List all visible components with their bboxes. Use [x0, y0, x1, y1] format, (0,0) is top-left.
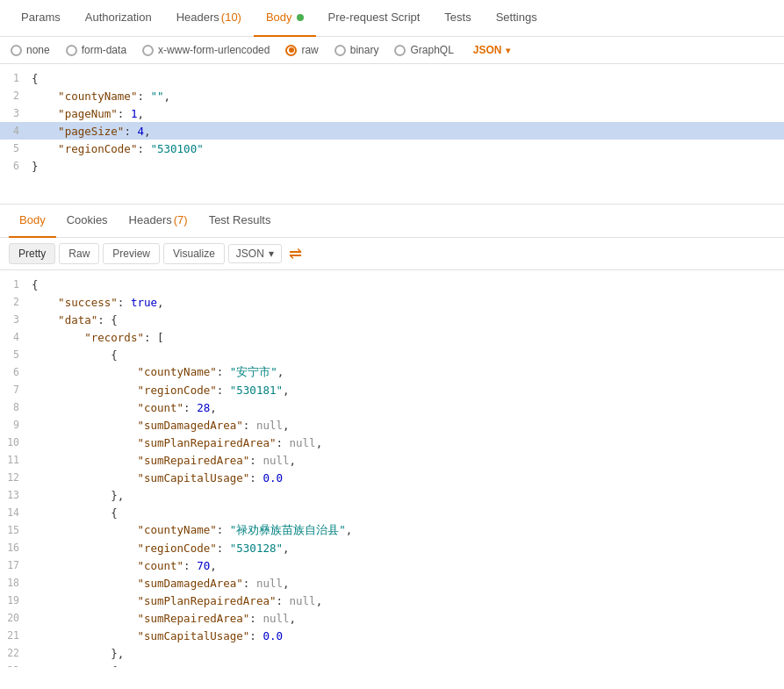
resp-code-line: 13 },	[0, 486, 784, 504]
response-tab-headers[interactable]: Headers(7)	[119, 205, 198, 238]
top-tab-params[interactable]: Params	[9, 0, 73, 37]
resp-code-line: 9 "sumDamagedArea": null,	[0, 416, 784, 434]
wrap-icon: ⇌	[289, 244, 302, 263]
response-tab-test-results[interactable]: Test Results	[198, 205, 282, 238]
resp-code-line: 12 "sumCapitalUsage": 0.0	[0, 469, 784, 486]
resp-code-line: 14 {	[0, 504, 784, 521]
radio-x-www-form-urlencoded[interactable]: x-www-form-urlencoded	[142, 44, 270, 56]
resp-code-line: 1{	[0, 276, 784, 293]
top-tab-body[interactable]: Body	[254, 0, 316, 37]
resp-line-number: 23	[7, 664, 32, 667]
resp-code-line: 19 "sumPlanRepairedArea": null,	[0, 592, 784, 609]
response-json-select[interactable]: JSON▾	[228, 244, 282, 263]
radio-label: GraphQL	[410, 44, 453, 56]
resp-code-line: 21 "sumCapitalUsage": 0.0	[0, 627, 784, 644]
resp-code-line: 15 "countyName": "禄劝彝族苗族自治县",	[0, 521, 784, 539]
code-line: 1{	[0, 69, 784, 87]
resp-code-line: 7 "regionCode": "530181",	[0, 381, 784, 398]
resp-line-content: "sumCapitalUsage": 0.0	[32, 471, 283, 484]
resp-line-number: 19	[7, 594, 32, 606]
format-btn-raw[interactable]: Raw	[59, 243, 99, 264]
response-tab-cookies[interactable]: Cookies	[56, 205, 119, 238]
response-tab-body[interactable]: Body	[9, 205, 56, 238]
resp-line-number: 2	[7, 296, 32, 308]
format-btn-preview[interactable]: Preview	[103, 243, 160, 264]
line-content: {	[32, 72, 39, 85]
resp-tab-badge: (7)	[174, 213, 188, 226]
tab-active-dot	[297, 14, 304, 21]
line-content: "pageSize": 4,	[32, 125, 151, 138]
resp-code-line: 20 "sumRepairedArea": null,	[0, 609, 784, 627]
line-content: }	[32, 160, 39, 173]
line-content: "pageNum": 1,	[32, 107, 144, 120]
resp-code-line: 5 {	[0, 346, 784, 363]
radio-circle	[66, 45, 77, 56]
resp-line-number: 3	[7, 313, 32, 326]
format-row: PrettyRawPreviewVisualizeJSON▾⇌	[0, 238, 784, 270]
resp-line-number: 16	[7, 542, 32, 554]
line-content: "regionCode": "530100"	[32, 142, 204, 155]
resp-line-content: {	[32, 506, 118, 520]
wrap-button[interactable]: ⇌	[289, 244, 302, 263]
line-content: "countyName": "",	[32, 90, 170, 103]
top-tab-bar: ParamsAuthorizationHeaders(10)BodyPre-re…	[0, 0, 784, 37]
top-tab-headers[interactable]: Headers(10)	[164, 0, 254, 37]
resp-line-number: 5	[7, 348, 32, 361]
resp-line-content: "sumCapitalUsage": 0.0	[32, 629, 283, 642]
resp-line-number: 4	[7, 331, 32, 343]
format-btn-visualize[interactable]: Visualize	[163, 243, 225, 264]
line-number: 4	[7, 125, 32, 137]
resp-line-content: "sumRepairedArea": null,	[32, 454, 296, 467]
json-type-dropdown[interactable]: JSON▾	[473, 44, 510, 56]
radio-form-data[interactable]: form-data	[66, 44, 126, 56]
code-line: 5 "regionCode": "530100"	[0, 140, 784, 157]
radio-label: none	[26, 44, 50, 56]
resp-line-content: "count": 28,	[32, 401, 217, 414]
top-tab-authorization[interactable]: Authorization	[73, 0, 164, 37]
resp-line-number: 13	[7, 489, 32, 501]
resp-code-line: 11 "sumRepairedArea": null,	[0, 451, 784, 469]
json-label: JSON	[473, 44, 502, 56]
resp-line-number: 7	[7, 384, 32, 396]
line-number: 3	[7, 107, 32, 119]
response-tab-bar: BodyCookiesHeaders(7)Test Results	[0, 205, 784, 238]
radio-label: raw	[301, 44, 318, 56]
top-tab-tests[interactable]: Tests	[432, 0, 483, 37]
code-line: 4 "pageSize": 4,	[0, 122, 784, 140]
resp-code-line: 22 },	[0, 644, 784, 662]
response-body-code[interactable]: 1{2 "success": true,3 "data": {4 "record…	[0, 270, 784, 667]
resp-line-number: 21	[7, 629, 32, 642]
tab-badge: (10)	[221, 11, 241, 24]
resp-line-content: "count": 70,	[32, 559, 217, 572]
code-line: 3 "pageNum": 1,	[0, 104, 784, 122]
resp-line-number: 22	[7, 647, 32, 659]
json-select-label: JSON	[236, 248, 264, 260]
body-type-row: noneform-datax-www-form-urlencodedrawbin…	[0, 37, 784, 64]
resp-code-line: 6 "countyName": "安宁市",	[0, 363, 784, 381]
resp-code-line: 4 "records": [	[0, 328, 784, 346]
format-btn-pretty[interactable]: Pretty	[9, 243, 55, 264]
resp-line-content: "countyName": "安宁市",	[32, 365, 284, 380]
resp-line-content: },	[32, 489, 124, 502]
request-body-code[interactable]: 1{2 "countyName": "",3 "pageNum": 1,4 "p…	[0, 64, 784, 205]
resp-line-number: 18	[7, 577, 32, 589]
resp-line-number: 15	[7, 524, 32, 536]
line-number: 5	[7, 142, 32, 154]
resp-line-content: },	[32, 647, 124, 660]
resp-line-content: "sumPlanRepairedArea": null,	[32, 594, 322, 607]
radio-circle	[334, 45, 346, 56]
radio-circle	[11, 45, 22, 56]
radio-graphql[interactable]: GraphQL	[394, 44, 453, 56]
radio-raw[interactable]: raw	[285, 44, 318, 56]
radio-none[interactable]: none	[11, 44, 50, 56]
resp-line-content: "sumDamagedArea": null,	[32, 577, 290, 590]
top-tab-settings[interactable]: Settings	[484, 0, 550, 37]
resp-code-line: 23 {	[0, 662, 784, 667]
resp-line-content: {	[32, 278, 39, 291]
radio-binary[interactable]: binary	[334, 44, 379, 56]
resp-line-number: 10	[7, 436, 32, 449]
resp-line-number: 11	[7, 454, 32, 466]
top-tab-pre-request-script[interactable]: Pre-request Script	[316, 0, 433, 37]
line-number: 6	[7, 160, 32, 172]
select-arrow-icon: ▾	[269, 248, 274, 260]
